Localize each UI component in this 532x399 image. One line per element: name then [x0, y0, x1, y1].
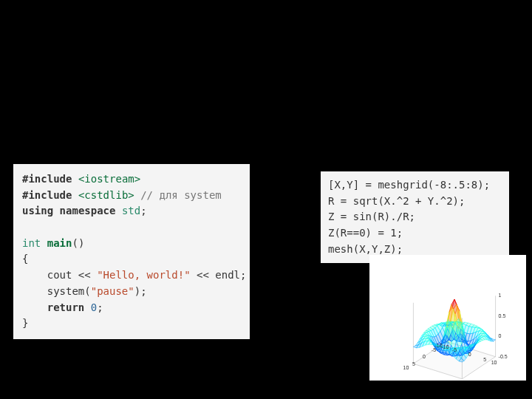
svg-text:5: 5 — [483, 357, 486, 362]
cpp-sp — [84, 301, 90, 313]
slide: #include <iostream> #include <cstdlib> /… — [0, 0, 532, 399]
svg-text:-10: -10 — [442, 344, 449, 349]
cpp-kw: #include — [22, 173, 72, 185]
cpp-header: <iostream> — [78, 173, 140, 185]
cpp-string: "Hello, world!" — [97, 269, 190, 281]
sinc-mesh-plot: 10.50-0.5-10-50510-10-50510 — [369, 255, 526, 381]
svg-text:10: 10 — [403, 365, 409, 370]
matlab-line: Z(R==0) = 1; — [328, 227, 403, 239]
svg-text:5: 5 — [412, 361, 415, 366]
cpp-kw: return — [47, 301, 85, 313]
cpp-header: <cstdlib> — [78, 189, 134, 201]
matlab-line: R = sqrt(X.^2 + Y.^2); — [328, 195, 465, 207]
svg-text:1: 1 — [499, 293, 502, 298]
mesh-svg: 10.50-0.5-10-50510-10-50510 — [369, 255, 526, 381]
cpp-kw: namespace — [60, 205, 116, 216]
cpp-fn: main — [47, 237, 72, 249]
cpp-type: int — [22, 237, 41, 249]
cpp-stmt: cout << — [22, 269, 97, 281]
svg-text:-0.5: -0.5 — [499, 354, 508, 359]
cpp-comment: // для system — [140, 189, 222, 201]
cpp-punct: ; — [140, 205, 146, 216]
svg-text:0: 0 — [423, 354, 426, 359]
cpp-stmt: << endl; — [191, 269, 247, 281]
cpp-kw: using — [22, 205, 53, 216]
cpp-ns: std — [122, 205, 140, 216]
cpp-stmt: system( — [22, 285, 91, 297]
matlab-line: [X,Y] = meshgrid(-8:.5:8); — [328, 179, 490, 191]
matlab-line: mesh(X,Y,Z); — [328, 243, 403, 255]
cpp-brace: } — [22, 317, 28, 329]
cpp-string: "pause" — [91, 285, 134, 297]
matlab-line: Z = sin(R)./R; — [328, 211, 415, 222]
cpp-indent — [22, 301, 47, 313]
matlab-code-block: [X,Y] = meshgrid(-8:.5:8); R = sqrt(X.^2… — [321, 171, 509, 263]
cpp-stmt: ); — [134, 285, 147, 297]
svg-text:0: 0 — [499, 333, 502, 338]
cpp-kw: #include — [22, 189, 72, 201]
svg-text:0.5: 0.5 — [499, 313, 506, 318]
cpp-parens: () — [72, 237, 84, 249]
svg-text:-5: -5 — [432, 347, 436, 352]
cpp-code-block: #include <iostream> #include <cstdlib> /… — [13, 164, 250, 339]
cpp-brace: { — [22, 253, 28, 265]
cpp-punct: ; — [97, 301, 103, 313]
svg-text:-5: -5 — [452, 347, 457, 352]
svg-text:0: 0 — [468, 352, 471, 357]
svg-text:10: 10 — [491, 360, 497, 365]
cpp-number: 0 — [91, 301, 97, 313]
